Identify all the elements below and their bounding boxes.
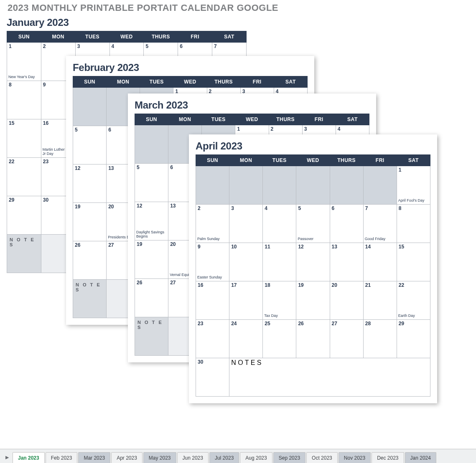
- day-number: 21: [365, 282, 395, 288]
- day-number: 7: [365, 205, 395, 211]
- event-label: Passover: [298, 237, 328, 241]
- day-number: 29: [399, 321, 428, 326]
- day-cell[interactable]: 30: [196, 358, 229, 397]
- day-cell[interactable]: 18Tax Day: [263, 281, 296, 320]
- day-cell[interactable]: [135, 125, 168, 164]
- dow-header: MON: [168, 114, 202, 125]
- sheet-tab[interactable]: Mar 2023: [78, 452, 110, 463]
- day-number: 9: [198, 244, 227, 250]
- day-cell[interactable]: [263, 166, 296, 205]
- day-cell[interactable]: 23: [196, 320, 229, 358]
- day-cell[interactable]: [330, 166, 363, 205]
- day-number: 7: [214, 43, 244, 49]
- dow-header: SAT: [397, 155, 430, 166]
- sheet-tab[interactable]: Feb 2023: [46, 452, 78, 463]
- day-cell[interactable]: 5: [135, 164, 168, 202]
- dow-header: FRI: [178, 31, 212, 43]
- event-label: Palm Sunday: [197, 237, 228, 241]
- day-number: 4: [338, 126, 367, 132]
- day-cell[interactable]: 8: [7, 81, 41, 119]
- day-cell[interactable]: 1New Year's Day: [7, 43, 41, 81]
- sheet-tab[interactable]: Apr 2023: [111, 452, 143, 463]
- sheet-tab[interactable]: Sep 2023: [273, 452, 305, 463]
- day-number: 18: [265, 282, 294, 288]
- sheet-tab[interactable]: Nov 2023: [339, 452, 371, 463]
- day-number: 2: [198, 205, 227, 211]
- day-cell[interactable]: 16: [196, 281, 229, 320]
- day-cell[interactable]: 4: [263, 205, 296, 243]
- dow-header: THURS: [330, 155, 363, 166]
- day-cell[interactable]: 15: [397, 243, 430, 281]
- sheet-tab[interactable]: May 2023: [143, 452, 176, 463]
- day-number: 11: [265, 244, 294, 250]
- day-cell[interactable]: 22Earth Day: [397, 281, 430, 320]
- day-cell[interactable]: 19: [296, 281, 330, 320]
- day-cell[interactable]: 14: [363, 243, 397, 281]
- day-cell[interactable]: 8: [397, 205, 430, 243]
- day-cell[interactable]: 5Passover: [296, 205, 330, 243]
- tab-nav-icon[interactable]: ▶: [2, 451, 13, 463]
- day-cell[interactable]: 13: [330, 243, 363, 281]
- day-cell[interactable]: 9Easter Sunday: [196, 243, 229, 281]
- day-cell[interactable]: 17: [229, 281, 263, 320]
- day-cell[interactable]: [196, 166, 229, 205]
- day-cell[interactable]: [363, 166, 397, 205]
- day-number: 6: [180, 43, 210, 49]
- day-cell[interactable]: 12: [296, 243, 330, 281]
- day-cell[interactable]: 26: [135, 279, 168, 317]
- day-cell[interactable]: 1April Fool's Day: [397, 166, 430, 205]
- day-number: 29: [9, 197, 39, 203]
- day-cell[interactable]: 19: [73, 203, 107, 241]
- day-cell[interactable]: 20: [330, 281, 363, 320]
- day-cell[interactable]: 29: [397, 320, 430, 358]
- day-cell[interactable]: 19: [135, 240, 168, 279]
- sheet-tab[interactable]: Jul 2023: [209, 452, 239, 463]
- day-number: 5: [145, 43, 176, 49]
- dow-header: FRI: [240, 76, 274, 88]
- notes-label: N O T E S: [135, 317, 168, 356]
- event-label: Daylight Savings Begins: [136, 230, 167, 239]
- day-cell[interactable]: 5: [73, 126, 107, 164]
- day-number: 4: [265, 205, 294, 211]
- day-cell[interactable]: 28: [363, 320, 397, 358]
- day-cell[interactable]: 12: [73, 164, 107, 203]
- day-cell[interactable]: 26: [73, 241, 107, 280]
- sheet-tab[interactable]: Oct 2023: [306, 452, 338, 463]
- day-cell[interactable]: [296, 166, 330, 205]
- day-cell[interactable]: [229, 166, 263, 205]
- sheet-tab[interactable]: Aug 2023: [240, 452, 272, 463]
- day-cell[interactable]: 10: [229, 243, 263, 281]
- day-number: 3: [231, 205, 261, 211]
- day-number: 14: [365, 244, 395, 250]
- month-title: January 2023: [7, 17, 247, 28]
- day-cell[interactable]: 11: [263, 243, 296, 281]
- sheet-tab[interactable]: Jan 2024: [405, 452, 436, 463]
- day-cell[interactable]: 6: [330, 205, 363, 243]
- event-label: Easter Sunday: [197, 276, 228, 280]
- day-cell[interactable]: 3: [229, 205, 263, 243]
- day-cell[interactable]: [73, 88, 107, 126]
- sheet-tab[interactable]: Jun 2023: [177, 452, 209, 463]
- day-cell[interactable]: 22: [7, 158, 41, 196]
- day-cell[interactable]: 27: [330, 320, 363, 358]
- dow-header: THURS: [144, 31, 178, 43]
- day-cell[interactable]: 12Daylight Savings Begins: [135, 202, 168, 240]
- sheet-tab[interactable]: Dec 2023: [372, 452, 404, 463]
- day-number: 12: [75, 165, 104, 171]
- month-title: April 2023: [196, 140, 430, 152]
- day-cell[interactable]: 25: [263, 320, 296, 358]
- day-cell[interactable]: 21: [363, 281, 397, 320]
- sheet-tab[interactable]: Jan 2023: [13, 452, 45, 463]
- event-label: April Fool's Day: [398, 199, 429, 203]
- day-cell[interactable]: 2Palm Sunday: [196, 205, 229, 243]
- day-cell[interactable]: 24: [229, 320, 263, 358]
- month-title: February 2023: [73, 62, 308, 73]
- day-number: 19: [298, 282, 328, 288]
- day-cell[interactable]: 15: [7, 119, 41, 158]
- day-number: 13: [332, 244, 361, 250]
- day-number: 3: [77, 43, 108, 49]
- day-number: 12: [137, 203, 166, 209]
- day-cell[interactable]: 29: [7, 196, 41, 235]
- day-cell[interactable]: 7Good Friday: [363, 205, 397, 243]
- day-cell[interactable]: 26: [296, 320, 330, 358]
